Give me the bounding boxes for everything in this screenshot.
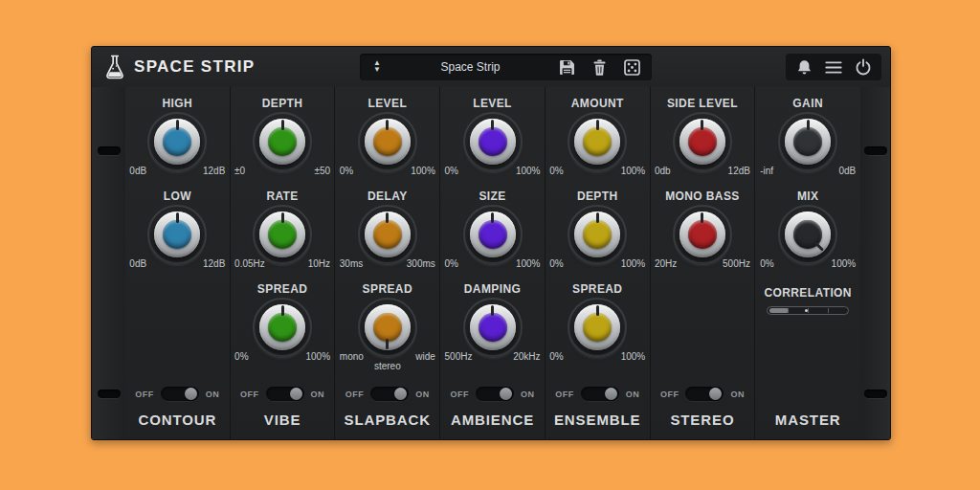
damping-knob[interactable] [463,298,523,357]
spread-knob[interactable] [568,298,627,357]
correlation-tick [828,308,829,313]
knob-min-label: 0% [549,166,563,176]
ensemble-spread-knob-block: SPREAD0%100% [546,282,650,370]
knob-pointer [491,212,494,223]
spread-knob[interactable] [358,298,417,357]
correlation-meter-block: CORRELATION [755,286,860,315]
contour-bypass-toggle[interactable] [161,387,199,401]
section-column-ambience: LEVEL0%100%SIZE0%100%DAMPING500Hz20kHzOF… [440,87,546,439]
level-knob[interactable] [358,112,417,171]
bypass-toggle-row: OFFON [125,387,230,401]
knob-label: HIGH [163,97,193,112]
knob-max-label: ±50 [314,166,330,176]
mix-knob[interactable] [778,205,837,264]
menu-button[interactable] [825,58,842,76]
toggle-knob [394,388,407,400]
depth-knob[interactable] [568,205,627,264]
randomize-preset-button[interactable] [623,58,640,76]
amount-knob[interactable] [568,112,627,171]
side-level-knob[interactable] [673,112,732,171]
delay-knob[interactable] [358,205,417,264]
knob-label: DEPTH [262,97,303,112]
toggle-knob [290,388,302,400]
knob-pointer-rotor [154,212,200,257]
save-preset-button[interactable] [558,58,575,76]
level-knob[interactable] [463,112,523,171]
knob-label: SPREAD [572,282,622,298]
knob-pointer-rotor [470,304,516,350]
delete-preset-button[interactable] [590,58,608,76]
trash-icon [592,59,607,76]
knob-pointer-rotor [365,304,411,350]
knob-pointer-rotor [679,212,725,257]
knob-pointer [176,212,179,223]
bypass-toggle-row: OFFON [546,387,650,401]
slapback-bypass-toggle[interactable] [370,387,409,401]
knob-pointer [596,212,599,223]
bypass-toggle-row: OFFON [231,387,335,401]
knob-max-label: wide [415,351,435,362]
knob-min-label: 0% [234,351,248,362]
contour-low-knob-block: LOW0dB12dB [125,189,230,278]
notifications-button[interactable] [795,58,813,76]
spinner-down-icon[interactable]: ▼ [373,67,381,74]
ensemble-bypass-toggle[interactable] [581,387,619,401]
rack-ear-left [92,87,126,439]
knob-min-label: 0% [445,258,458,269]
vibe-bypass-toggle[interactable] [266,387,304,401]
master-gain-knob-block: GAIN-inf0dB [755,97,860,185]
knob-pointer [807,120,810,130]
knob-pointer-rotor [259,119,305,165]
power-button[interactable] [855,58,872,76]
header-bar: SPACE STRIP ▲ ▼ Space Strip [92,47,890,88]
section-column-vibe: DEPTH±0±50RATE0.05Hz10HzSPREAD0%100%OFFO… [231,87,336,439]
high-knob[interactable] [147,112,207,171]
floppy-disk-icon [559,59,575,76]
size-knob[interactable] [463,205,523,264]
ensemble-depth-knob-block: DEPTH0%100% [546,189,650,278]
rack-slot [98,146,121,155]
knob-max-label: 0dB [838,166,856,176]
knob-pointer [491,120,494,130]
correlation-fill [769,308,789,313]
hamburger-menu-icon [825,60,842,75]
ambience-damping-knob-block: DAMPING500Hz20kHz [440,282,545,370]
knob-label: DEPTH [577,189,618,205]
knob-pointer-rotor [365,212,411,257]
knob-pointer [386,120,389,130]
spread-knob[interactable] [253,298,312,357]
rack-ear-right [859,87,890,439]
toggle-off-label: OFF [555,390,574,399]
ambience-bypass-toggle[interactable] [476,387,514,401]
knob-label: LEVEL [473,97,512,112]
section-title: MASTER [755,412,860,428]
toggle-on-label: ON [626,390,640,399]
stereo-bypass-toggle[interactable] [685,387,724,401]
toggle-off-label: OFF [135,390,154,399]
correlation-label: CORRELATION [755,286,860,300]
toggle-knob [500,388,512,400]
bypass-toggle-row: OFFON [335,387,439,401]
knob-pointer-rotor [775,202,840,267]
knob-center-label: stereo [374,361,401,371]
knob-min-label: 0dB [129,258,146,269]
knob-pointer-rotor [574,119,620,165]
mono-bass-knob[interactable] [673,205,732,264]
low-knob[interactable] [147,205,207,264]
section-column-master: GAIN-inf0dBMIX0%100%CORRELATIONMASTER [755,87,860,439]
section-column-contour: HIGH0dB12dBLOW0dB12dBOFFONCONTOUR [125,87,231,439]
depth-knob[interactable] [253,112,312,171]
bypass-toggle-row: OFFON [651,387,755,401]
knob-label: DAMPING [464,282,521,298]
knob-label: DELAY [368,189,408,205]
knob-label: LOW [164,189,191,205]
knob-label: SPREAD [257,282,307,298]
preset-spinner[interactable]: ▲ ▼ [360,60,394,74]
rate-knob[interactable] [253,205,312,264]
section-title: CONTOUR [125,412,230,428]
toggle-knob [185,388,197,400]
gain-knob[interactable] [778,112,837,171]
contour-high-knob-block: HIGH0dB12dB [125,97,230,185]
knob-pointer-rotor [259,304,305,350]
preset-name[interactable]: Space Strip [394,60,546,74]
